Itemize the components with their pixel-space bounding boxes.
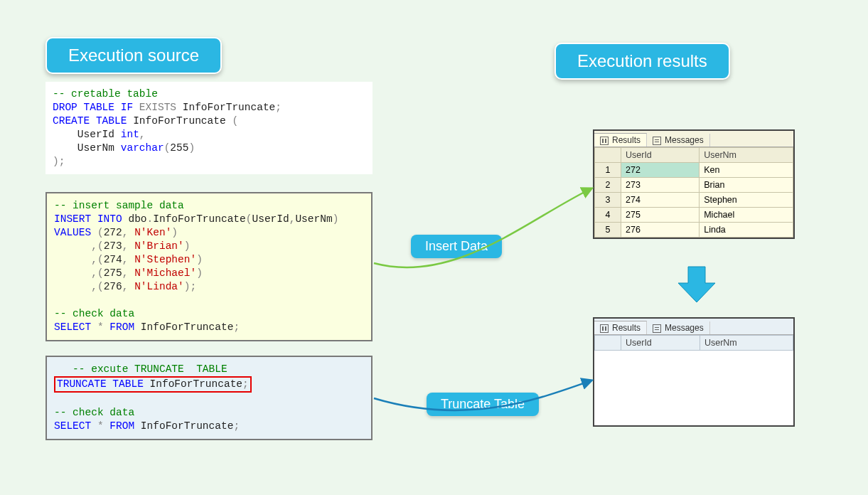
highlight-truncate-statement: TRUNCATE TABLE InfoForTruncate;: [54, 376, 252, 393]
col-userid: UserId: [621, 148, 700, 163]
title-execution-results: Execution results: [554, 43, 730, 80]
code-truncate-table: -- excute TRUNCATE TABLE TRUNCATE TABLE …: [45, 356, 373, 440]
col-userid: UserId: [621, 336, 700, 351]
tab-results[interactable]: Results: [594, 321, 647, 334]
grid-icon: [600, 324, 609, 333]
label-insert-data: Insert Data: [411, 235, 502, 258]
messages-icon: [653, 324, 661, 333]
table-row: 2273Brian: [595, 178, 793, 193]
results-grid-populated: Results Messages UserIdUserNm 1272Ken 22…: [593, 129, 795, 239]
tab-messages[interactable]: Messages: [647, 321, 710, 334]
title-execution-source: Execution source: [45, 37, 222, 74]
table-row: 3274Stephen: [595, 193, 793, 208]
results-grid-empty: Results Messages UserIdUserNm: [593, 317, 795, 427]
table-row: 4275Michael: [595, 208, 793, 223]
down-arrow-icon: [675, 263, 718, 306]
code-create-table: -- cretable table DROP TABLE IF EXISTS I…: [45, 82, 373, 174]
col-usernm: UserNm: [700, 148, 793, 163]
messages-icon: [653, 137, 661, 145]
tab-results[interactable]: Results: [594, 133, 647, 147]
col-usernm: UserNm: [700, 336, 793, 351]
results-table: UserIdUserNm 1272Ken 2273Brian 3274Steph…: [594, 147, 793, 238]
results-table-empty: UserIdUserNm: [594, 335, 793, 351]
code-insert-data: -- insert sample data INSERT INTO dbo.In…: [45, 192, 373, 341]
table-row: 1272Ken: [595, 163, 793, 178]
tab-messages[interactable]: Messages: [647, 134, 710, 147]
table-row: 5276Linda: [595, 223, 793, 238]
grid-icon: [600, 137, 609, 145]
label-truncate-table: Truncate Table: [427, 393, 539, 416]
